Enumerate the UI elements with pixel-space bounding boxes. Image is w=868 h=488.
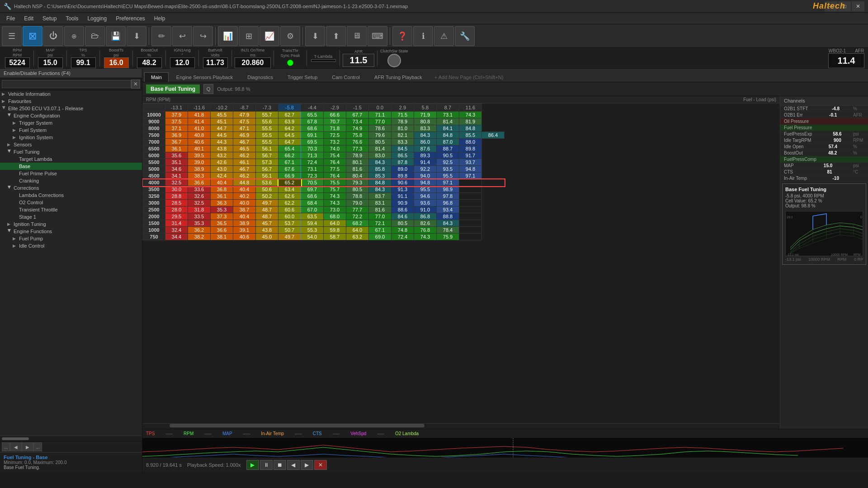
- table-cell[interactable]: 45.1: [211, 118, 233, 125]
- table-cell[interactable]: 36.5: [211, 220, 233, 227]
- table-cell[interactable]: 97.1: [459, 173, 482, 179]
- sidebar-menu-button-2[interactable]: ...: [33, 442, 42, 451]
- table-cell[interactable]: 79.3: [346, 179, 369, 186]
- table-cell[interactable]: 55.5: [256, 125, 278, 132]
- table-cell[interactable]: 90.9: [392, 200, 414, 206]
- table-cell[interactable]: 77.7: [346, 206, 369, 213]
- sidebar-item-idle-control[interactable]: ▶ Idle Control: [0, 242, 142, 249]
- table-cell[interactable]: 77.0: [369, 213, 392, 220]
- table-cell[interactable]: 86.0: [414, 139, 437, 145]
- table-cell[interactable]: 94.8: [414, 179, 437, 186]
- step-forward-button[interactable]: ▶: [301, 460, 313, 470]
- sidebar-item-corrections[interactable]: ▶ Corrections: [0, 184, 142, 192]
- tab-main[interactable]: Main: [144, 72, 169, 82]
- menu-help[interactable]: Help: [150, 14, 170, 23]
- table-cell[interactable]: 37.1: [165, 125, 188, 132]
- table-cell[interactable]: 40.1: [188, 145, 211, 152]
- table-cell[interactable]: 91.3: [392, 186, 414, 193]
- table-cell[interactable]: 48.7: [256, 213, 278, 220]
- table-cell[interactable]: 93.7: [459, 159, 482, 166]
- table-cell[interactable]: 75.5: [324, 179, 346, 186]
- table-cell[interactable]: [459, 186, 482, 193]
- save-button[interactable]: 💾: [106, 26, 126, 46]
- hscroll-thumb[interactable]: [170, 424, 425, 427]
- table-cell[interactable]: 89.8: [392, 173, 414, 179]
- table-cell[interactable]: 55.3: [301, 227, 324, 234]
- sidebar-item-lambda-corrections[interactable]: Lambda Corrections: [0, 192, 142, 199]
- table-cell[interactable]: 56.7: [256, 166, 278, 173]
- table-cell[interactable]: 46.7: [233, 166, 256, 173]
- table-cell[interactable]: 71.8: [324, 125, 346, 132]
- edit-button[interactable]: ✏: [151, 26, 171, 46]
- table-cell[interactable]: 66.2: [278, 152, 301, 159]
- table-cell[interactable]: 77.0: [369, 118, 392, 125]
- table-cell[interactable]: 41.0: [188, 125, 211, 132]
- table-cell[interactable]: 36.8: [211, 186, 233, 193]
- diagnostic-button[interactable]: 🔧: [455, 26, 475, 46]
- table-cell[interactable]: 72.4: [301, 159, 324, 166]
- table-cell[interactable]: 47.9: [233, 112, 256, 118]
- sidebar-item-o2-control[interactable]: O2 Control: [0, 199, 142, 206]
- table-cell[interactable]: 88.0: [459, 139, 482, 145]
- menu-preferences[interactable]: Preferences: [111, 14, 150, 23]
- table-cell[interactable]: 76.8: [414, 227, 437, 234]
- download-ecu-button[interactable]: ⬇: [305, 26, 325, 46]
- table-cell[interactable]: 36.3: [211, 200, 233, 206]
- sidebar-prev-button[interactable]: ◀: [10, 442, 22, 451]
- table-cell[interactable]: 56.7: [256, 152, 278, 159]
- add-tab-button[interactable]: + Add New Page (Ctrl+Shift+N): [430, 73, 508, 82]
- table-cell[interactable]: 84.6: [392, 213, 414, 220]
- menu-logging[interactable]: Logging: [83, 14, 111, 23]
- table-cell[interactable]: 74.3: [324, 200, 346, 206]
- table-cell[interactable]: 40.4: [211, 179, 233, 186]
- table-cell[interactable]: 94.6: [414, 193, 437, 200]
- table-cell[interactable]: 28.8: [165, 193, 188, 200]
- table-cell[interactable]: 84.3: [369, 159, 392, 166]
- sidebar-item-target-lambda[interactable]: Target Lambda: [0, 155, 142, 163]
- table-cell[interactable]: 75.7: [324, 186, 346, 193]
- table-cell[interactable]: [459, 200, 482, 206]
- tab-afr-tuning-playback[interactable]: AFR Tuning Playback: [368, 72, 429, 82]
- table-cell[interactable]: [459, 179, 482, 186]
- table-cell[interactable]: 94.0: [414, 173, 437, 179]
- table-cell[interactable]: 28.0: [165, 206, 188, 213]
- table-cell[interactable]: 46.2: [233, 173, 256, 179]
- table-cell[interactable]: 43.0: [211, 166, 233, 173]
- play-button[interactable]: ▶: [246, 460, 259, 470]
- table-cell[interactable]: 31.8: [188, 206, 211, 213]
- table-cell[interactable]: 47.1: [233, 125, 256, 132]
- table-cell[interactable]: 87.0: [437, 139, 459, 145]
- table-cell[interactable]: 42.6: [211, 159, 233, 166]
- table-cell[interactable]: 36.6: [188, 179, 211, 186]
- table-cell[interactable]: 37.9: [165, 112, 188, 118]
- table-cell[interactable]: 49.7: [256, 200, 278, 206]
- sidebar-item-ignition-tuning[interactable]: ▶ Ignition Tuning: [0, 221, 142, 228]
- table-cell[interactable]: 88.7: [437, 145, 459, 152]
- table-cell[interactable]: 53.7: [278, 220, 301, 227]
- table-cell[interactable]: 80.1: [346, 159, 369, 166]
- table-cell[interactable]: 93.5: [437, 166, 459, 173]
- graph-button[interactable]: 📈: [259, 26, 279, 46]
- table-cell[interactable]: 32.6: [188, 193, 211, 200]
- table-cell[interactable]: 64.5: [278, 132, 301, 139]
- table-cell[interactable]: 71.5: [392, 112, 414, 118]
- table-cell[interactable]: 98.9: [437, 186, 459, 193]
- table-cell[interactable]: 38.1: [211, 234, 233, 240]
- pb-channel-vehspd[interactable]: VehSpd: [350, 431, 366, 436]
- table-cell[interactable]: 91.1: [392, 193, 414, 200]
- sidebar-menu-button[interactable]: ...: [2, 442, 10, 451]
- table-cell[interactable]: [459, 206, 482, 213]
- sidebar-item-favourites[interactable]: ▶ Favourites: [0, 98, 142, 105]
- menu-setup[interactable]: Setup: [38, 14, 61, 23]
- table-cell[interactable]: 34.1: [165, 173, 188, 179]
- table-cell[interactable]: 68.4: [301, 200, 324, 206]
- sidebar-scrollbar[interactable]: [0, 436, 142, 441]
- table-cell[interactable]: 40.4: [233, 186, 256, 193]
- table-cell[interactable]: 32.5: [188, 200, 211, 206]
- pb-channel-map[interactable]: MAP: [222, 431, 232, 436]
- table-cell[interactable]: 90.5: [437, 152, 459, 159]
- table-cell[interactable]: 72.2: [346, 213, 369, 220]
- table-cell[interactable]: 36.9: [165, 132, 188, 139]
- step-back-button[interactable]: ◀: [287, 460, 300, 470]
- table-cell[interactable]: 48.7: [256, 206, 278, 213]
